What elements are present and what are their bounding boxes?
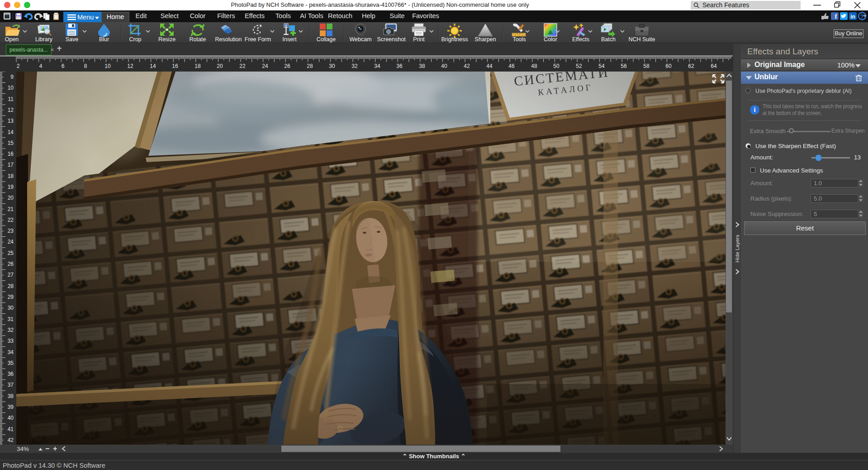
- svg-text:20: 20: [8, 195, 14, 201]
- svg-text:Batch: Batch: [601, 36, 616, 43]
- svg-text:Crop: Crop: [129, 36, 141, 43]
- svg-text:16: 16: [172, 63, 178, 69]
- svg-text:26: 26: [8, 261, 14, 267]
- svg-text:35: 35: [8, 360, 14, 366]
- svg-text:NCH Suite: NCH Suite: [628, 36, 655, 43]
- svg-text:Brightness: Brightness: [441, 36, 468, 43]
- svg-text:36: 36: [8, 371, 14, 377]
- svg-text:34: 34: [374, 63, 380, 69]
- svg-text:6: 6: [62, 63, 65, 69]
- svg-text:28: 28: [8, 283, 14, 289]
- svg-text:Insert: Insert: [282, 36, 297, 43]
- svg-text:62: 62: [688, 63, 694, 69]
- svg-text:Resolution: Resolution: [215, 36, 242, 43]
- svg-text:52: 52: [576, 63, 582, 69]
- svg-text:33: 33: [8, 338, 14, 344]
- svg-text:Save: Save: [66, 36, 79, 43]
- svg-text:54: 54: [598, 63, 605, 69]
- svg-text:9: 9: [10, 74, 14, 80]
- svg-text:40: 40: [441, 63, 447, 69]
- svg-text:17: 17: [8, 162, 14, 168]
- svg-text:42: 42: [8, 437, 14, 443]
- svg-text:21: 21: [8, 206, 14, 212]
- svg-text:38: 38: [8, 393, 14, 399]
- svg-text:Collage: Collage: [317, 36, 336, 43]
- svg-text:29: 29: [8, 294, 14, 300]
- svg-text:26: 26: [284, 63, 290, 69]
- svg-text:19: 19: [8, 184, 14, 190]
- svg-text:f: f: [835, 13, 837, 20]
- svg-text:10: 10: [8, 85, 14, 91]
- svg-text:30: 30: [329, 63, 335, 69]
- svg-text:10: 10: [104, 63, 111, 69]
- svg-text:23: 23: [8, 228, 14, 234]
- svg-text:32: 32: [8, 327, 14, 333]
- svg-text:Open: Open: [5, 36, 19, 43]
- svg-text:Rotate: Rotate: [190, 36, 206, 43]
- svg-text:18: 18: [194, 63, 201, 69]
- svg-text:20: 20: [217, 63, 223, 69]
- svg-text:44: 44: [486, 63, 493, 69]
- svg-text:Free Form: Free Form: [245, 36, 271, 43]
- svg-text:24: 24: [262, 63, 268, 69]
- svg-text:2: 2: [17, 63, 20, 69]
- svg-text:32: 32: [351, 63, 358, 69]
- svg-text:37: 37: [8, 382, 14, 388]
- svg-text:14: 14: [150, 63, 156, 69]
- svg-text:Effects: Effects: [572, 36, 589, 43]
- svg-text:27: 27: [8, 272, 14, 278]
- svg-text:28: 28: [307, 63, 313, 69]
- svg-text:22: 22: [239, 63, 246, 69]
- svg-text:Resize: Resize: [158, 36, 175, 43]
- svg-text:30: 30: [8, 305, 14, 311]
- svg-text:56: 56: [621, 63, 627, 69]
- svg-text:22: 22: [8, 217, 14, 223]
- svg-text:25: 25: [8, 250, 14, 256]
- svg-text:in: in: [850, 14, 855, 20]
- svg-text:12: 12: [8, 107, 14, 113]
- svg-text:39: 39: [8, 404, 14, 410]
- svg-text:Color: Color: [544, 36, 557, 43]
- svg-text:64: 64: [711, 63, 717, 69]
- svg-text:42: 42: [464, 63, 470, 69]
- svg-text:60: 60: [665, 63, 672, 69]
- svg-text:13: 13: [8, 118, 14, 124]
- svg-text:15: 15: [8, 140, 14, 146]
- svg-text:Webcam: Webcam: [349, 36, 371, 43]
- svg-text:8: 8: [84, 63, 87, 69]
- svg-text:58: 58: [643, 63, 650, 69]
- svg-text:4: 4: [39, 63, 43, 69]
- svg-text:14: 14: [8, 129, 14, 135]
- svg-text:24: 24: [8, 239, 14, 245]
- svg-text:16: 16: [8, 151, 14, 157]
- svg-text:Tools: Tools: [512, 36, 526, 43]
- svg-text:34: 34: [8, 349, 14, 355]
- svg-text:36: 36: [396, 63, 403, 69]
- svg-text:12: 12: [127, 63, 133, 69]
- svg-text:48: 48: [531, 63, 537, 69]
- svg-text:41: 41: [8, 426, 14, 432]
- svg-text:Print: Print: [413, 36, 425, 43]
- svg-text:Blur: Blur: [99, 36, 109, 43]
- svg-text:31: 31: [8, 316, 14, 322]
- svg-text:40: 40: [8, 415, 14, 421]
- svg-text:46: 46: [508, 63, 515, 69]
- svg-text:Sharpen: Sharpen: [474, 36, 496, 43]
- svg-text:11: 11: [8, 96, 14, 102]
- svg-text:18: 18: [8, 173, 14, 179]
- svg-text:Library: Library: [35, 36, 53, 43]
- svg-text:38: 38: [419, 63, 425, 69]
- svg-text:Screenshot: Screenshot: [377, 36, 406, 43]
- svg-text:50: 50: [553, 63, 560, 69]
